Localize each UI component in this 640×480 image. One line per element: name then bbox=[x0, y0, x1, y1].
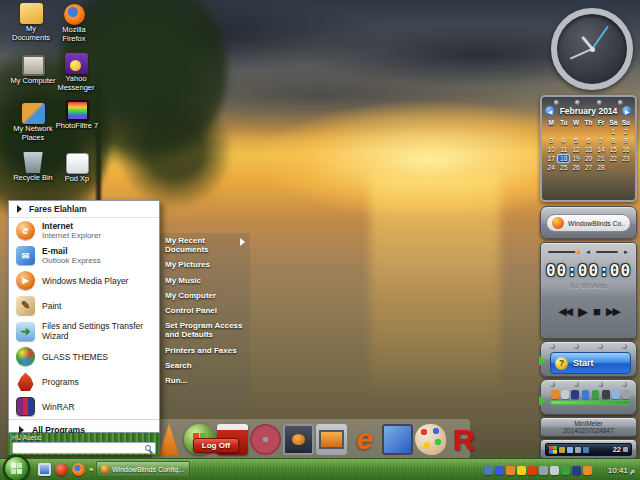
start-menu-item-winrar[interactable]: WinRAR bbox=[9, 394, 159, 419]
calendar-day-cell[interactable]: 4 bbox=[557, 136, 569, 145]
blue-screen-icon[interactable] bbox=[382, 424, 413, 455]
desktop-icon-photofiltre-7[interactable]: PhotoFiltre 7 bbox=[54, 100, 100, 131]
tray-computer-icon[interactable] bbox=[484, 466, 493, 475]
start-menu-item-e-mail[interactable]: ✉E-mailOutlook Express bbox=[9, 243, 159, 268]
volume-down-icon[interactable]: ◄ bbox=[585, 249, 591, 255]
start-menu-item-files-and-settings-transfer-wizard[interactable]: ➔Files and Settings Transfer Wizard bbox=[9, 318, 159, 344]
start-menu-item-paint[interactable]: ✎Paint bbox=[9, 293, 159, 318]
calendar-day-cell[interactable]: 27 bbox=[582, 163, 594, 172]
calendar-day-cell[interactable]: 5 bbox=[570, 136, 582, 145]
internet-explorer-icon[interactable]: e bbox=[349, 424, 380, 455]
search-icon[interactable] bbox=[145, 445, 151, 451]
launch-search-icon[interactable] bbox=[561, 390, 569, 399]
calendar-day-cell[interactable]: 24 bbox=[545, 163, 557, 172]
calendar-day-cell[interactable]: 15 bbox=[607, 145, 619, 154]
start-menu-right-set-program-access-and-defaults[interactable]: Set Program Access and Defaults bbox=[160, 318, 250, 342]
show-desktop-icon[interactable] bbox=[38, 463, 51, 476]
calendar-day-cell[interactable]: 9 bbox=[620, 136, 632, 145]
launch-darkblue-icon[interactable] bbox=[571, 390, 579, 399]
launch-dark-icon[interactable] bbox=[602, 390, 610, 399]
next-button[interactable]: ▶▶ bbox=[606, 306, 619, 317]
calendar-day-cell[interactable]: 14 bbox=[595, 145, 607, 154]
tray-red-app-icon[interactable] bbox=[528, 466, 537, 475]
start-menu-right-my-recent-documents[interactable]: My Recent Documents bbox=[160, 233, 250, 257]
tray-monitor-icon[interactable] bbox=[539, 466, 548, 475]
calendar-day-cell[interactable]: 16 bbox=[620, 145, 632, 154]
overflow-chevron-icon[interactable]: » bbox=[89, 465, 93, 474]
calendar-day-cell[interactable]: 1 bbox=[607, 127, 619, 136]
desktop-icon-my-computer[interactable]: My Computer bbox=[10, 55, 56, 86]
start-shortcut-button[interactable]: ? Start bbox=[550, 352, 631, 374]
start-button[interactable] bbox=[3, 455, 30, 480]
calendar-day-cell[interactable]: 21 bbox=[595, 154, 607, 163]
desktop-icon-yahoo-messenger[interactable]: Yahoo Messenger bbox=[53, 53, 99, 92]
calendar-day-cell[interactable]: 22 bbox=[607, 154, 619, 163]
previous-button[interactable]: ◀◀ bbox=[558, 306, 571, 317]
calendar-day-cell[interactable]: 7 bbox=[595, 136, 607, 145]
tray-yahoo-icon[interactable] bbox=[517, 466, 526, 475]
launch-lightblue-icon[interactable] bbox=[612, 390, 620, 399]
start-menu-right-my-computer[interactable]: My Computer bbox=[160, 288, 250, 303]
taskbar-window-button[interactable]: WindowBlinds Config... bbox=[96, 461, 190, 477]
desktop-icon-my-network-places[interactable]: My Network Places bbox=[10, 103, 56, 142]
red-disc-icon[interactable] bbox=[250, 424, 281, 455]
launch-gray-icon[interactable] bbox=[622, 390, 630, 399]
windowblinds-button[interactable]: WindowBlinds Co.. bbox=[546, 214, 631, 232]
desktop-icon-mozilla-firefox[interactable]: Mozilla Firefox bbox=[51, 4, 97, 43]
calendar-day-cell[interactable]: 8 bbox=[607, 136, 619, 145]
start-menu-item-glass-themes[interactable]: GLASS THEMES bbox=[9, 344, 159, 369]
search-input[interactable] bbox=[13, 443, 145, 453]
start-menu-item-internet[interactable]: eInternetInternet Explorer bbox=[9, 218, 159, 243]
calendar-day-cell[interactable]: 13 bbox=[582, 145, 594, 154]
desktop-icon-my-documents[interactable]: My Documents bbox=[8, 3, 54, 42]
tray-green-app-icon[interactable] bbox=[561, 466, 570, 475]
calendar-day-cell[interactable]: 17 bbox=[545, 154, 557, 163]
start-menu-right-printers-and-faxes[interactable]: Printers and Faxes bbox=[160, 343, 250, 358]
paint-palette-icon[interactable] bbox=[415, 424, 446, 455]
start-menu-right-my-pictures[interactable]: My Pictures bbox=[160, 257, 250, 272]
desktop-icon-recycle-bin[interactable]: Recycle Bin bbox=[10, 152, 56, 183]
letter-r-icon[interactable]: R bbox=[448, 424, 479, 455]
start-menu-user[interactable]: Fares Elahlam bbox=[9, 201, 159, 218]
calendar-next-button[interactable]: ▶ bbox=[622, 106, 632, 116]
desktop-icon-pod-xp[interactable]: Pod Xp bbox=[54, 153, 100, 184]
launch-green-icon[interactable] bbox=[592, 390, 600, 399]
calendar-day-cell[interactable]: 10 bbox=[545, 145, 557, 154]
calendar-day-cell[interactable]: 26 bbox=[570, 163, 582, 172]
display-monitor-icon[interactable] bbox=[316, 424, 347, 455]
red-app-icon[interactable] bbox=[55, 463, 68, 476]
calendar-prev-button[interactable]: ◀ bbox=[545, 106, 555, 116]
volume-up-icon[interactable]: ► bbox=[623, 249, 629, 255]
tray-documents-icon[interactable] bbox=[495, 466, 504, 475]
start-menu-right-run-[interactable]: Run... bbox=[160, 373, 250, 388]
seek-knob[interactable] bbox=[575, 249, 580, 254]
seek-slider[interactable] bbox=[548, 251, 580, 253]
tray-dark-app-icon[interactable] bbox=[572, 466, 581, 475]
calendar-day-cell[interactable]: 12 bbox=[570, 145, 582, 154]
start-menu-right-my-music[interactable]: My Music bbox=[160, 273, 250, 288]
start-menu-right-search[interactable]: Search bbox=[160, 358, 250, 373]
tray-windowblinds-icon[interactable] bbox=[506, 466, 515, 475]
media-monitor-icon[interactable] bbox=[283, 424, 314, 455]
taskbar-clock[interactable]: 10:41 م bbox=[608, 466, 635, 475]
stop-button[interactable]: ■ bbox=[593, 305, 599, 318]
tray-alert-icon[interactable] bbox=[583, 466, 592, 475]
calendar-day-cell[interactable]: 19 bbox=[570, 154, 582, 163]
volume-slider[interactable] bbox=[596, 251, 618, 253]
calendar-day-cell[interactable]: 20 bbox=[582, 154, 594, 163]
start-menu-item-windows-media-player[interactable]: ▶Windows Media Player bbox=[9, 268, 159, 293]
play-button[interactable]: ▶ bbox=[578, 305, 586, 318]
firefox-icon[interactable] bbox=[72, 463, 85, 476]
analog-clock-widget[interactable] bbox=[551, 8, 633, 90]
launch-blue-icon[interactable] bbox=[582, 390, 590, 399]
calendar-day-cell[interactable]: 2 bbox=[620, 127, 632, 136]
start-menu-item-programs[interactable]: Programs bbox=[9, 369, 159, 394]
calendar-day-cell[interactable]: 28 bbox=[595, 163, 607, 172]
calendar-day-cell[interactable]: 23 bbox=[620, 154, 632, 163]
log-off-button[interactable]: Log Off bbox=[193, 438, 239, 453]
calendar-day-cell[interactable]: 3 bbox=[545, 136, 557, 145]
tray-volume-icon[interactable] bbox=[550, 466, 559, 475]
calendar-day-cell[interactable]: 18 bbox=[557, 154, 569, 163]
launch-orange-icon[interactable] bbox=[551, 390, 559, 399]
calendar-day-cell[interactable]: 11 bbox=[557, 145, 569, 154]
